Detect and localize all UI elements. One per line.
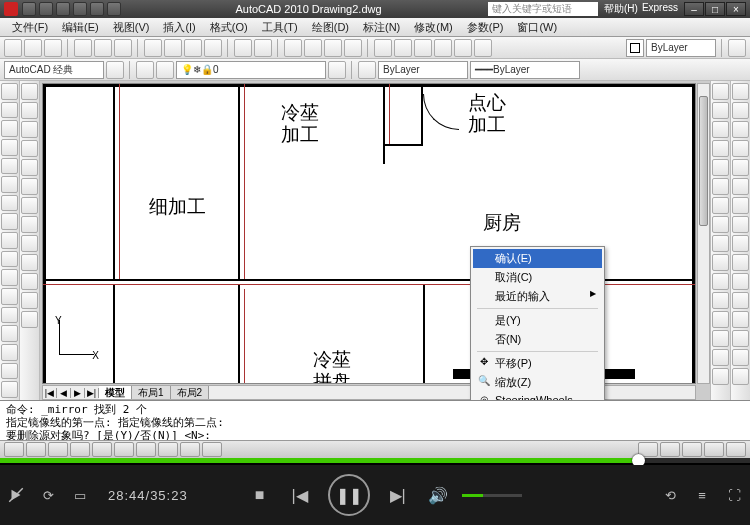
ssm-icon[interactable] — [434, 39, 452, 57]
insert-icon[interactable] — [1, 269, 18, 286]
ctx-cancel[interactable]: 取消(C) — [473, 268, 602, 287]
ducs-toggle[interactable] — [136, 442, 156, 457]
d13-icon[interactable] — [21, 311, 38, 328]
grid-toggle[interactable] — [26, 442, 46, 457]
arc-icon[interactable] — [1, 176, 18, 193]
volume-button[interactable]: 🔊 — [418, 475, 458, 515]
layer-iso-icon[interactable] — [328, 61, 346, 79]
osnap-toggle[interactable] — [92, 442, 112, 457]
tp-icon[interactable] — [414, 39, 432, 57]
clean-screen-icon[interactable] — [726, 442, 746, 457]
theater-button[interactable]: ▭ — [64, 475, 96, 515]
tab-layout2[interactable]: 布局2 — [171, 386, 210, 399]
tab-nav-prev[interactable]: ◀ — [57, 388, 71, 398]
help-search-input[interactable]: 键入关键字或短语 — [488, 2, 598, 16]
m2-icon[interactable] — [732, 102, 749, 119]
brush-icon[interactable] — [728, 39, 746, 57]
m11-icon[interactable] — [732, 273, 749, 290]
line-icon[interactable] — [1, 83, 18, 100]
d4-icon[interactable] — [21, 140, 38, 157]
copy-obj-icon[interactable] — [712, 102, 729, 119]
ellipse-icon[interactable] — [1, 251, 18, 268]
m6-icon[interactable] — [732, 178, 749, 195]
close-button[interactable]: × — [726, 2, 746, 16]
props-icon[interactable] — [374, 39, 392, 57]
revcloud-icon[interactable] — [1, 213, 18, 230]
chamfer-icon[interactable] — [712, 330, 729, 347]
m7-icon[interactable] — [732, 197, 749, 214]
join-icon[interactable] — [712, 311, 729, 328]
color-control[interactable] — [626, 39, 644, 57]
m5-icon[interactable] — [732, 159, 749, 176]
fillet-icon[interactable] — [712, 349, 729, 366]
break-icon[interactable] — [712, 292, 729, 309]
scale-icon[interactable] — [712, 216, 729, 233]
dc-icon[interactable] — [394, 39, 412, 57]
tab-nav-first[interactable]: |◀ — [43, 388, 57, 398]
tab-nav-next[interactable]: ▶ — [71, 388, 85, 398]
tab-layout1[interactable]: 布局1 — [132, 386, 171, 399]
tab-nav-last[interactable]: ▶| — [85, 388, 99, 398]
dyn-toggle[interactable] — [158, 442, 178, 457]
hatch-icon[interactable] — [1, 325, 18, 342]
qp-toggle[interactable] — [202, 442, 222, 457]
tab-model[interactable]: 模型 — [99, 386, 132, 399]
lw-icon[interactable] — [358, 61, 376, 79]
block-icon[interactable] — [1, 288, 18, 305]
stop-button[interactable]: ■ — [240, 475, 280, 515]
prev-button[interactable]: |◀ — [280, 475, 320, 515]
xline-icon[interactable] — [1, 102, 18, 119]
mtext-icon[interactable] — [1, 381, 18, 398]
fullscreen-button[interactable]: ⛶ — [718, 475, 750, 515]
qat-new-icon[interactable] — [22, 2, 36, 16]
m4-icon[interactable] — [732, 140, 749, 157]
trim-icon[interactable] — [712, 254, 729, 271]
menu-edit[interactable]: 编辑(E) — [56, 20, 105, 35]
settings-button[interactable]: ≡ — [686, 475, 718, 515]
ws-settings-icon[interactable] — [106, 61, 124, 79]
command-line[interactable]: 命令: _mirror 找到 2 个 指定镜像线的第一点: 指定镜像线的第二点:… — [0, 400, 750, 440]
m10-icon[interactable] — [732, 254, 749, 271]
markup-icon[interactable] — [454, 39, 472, 57]
zoom-rt-icon[interactable] — [304, 39, 322, 57]
publish-icon[interactable] — [114, 39, 132, 57]
linetype-dropdown[interactable]: ByLayer — [378, 61, 468, 79]
speed-button[interactable]: ⟲ — [654, 475, 686, 515]
d2-icon[interactable] — [21, 102, 38, 119]
menu-format[interactable]: 格式(O) — [204, 20, 254, 35]
menu-modify[interactable]: 修改(M) — [408, 20, 459, 35]
ortho-toggle[interactable] — [48, 442, 68, 457]
d8-icon[interactable] — [21, 216, 38, 233]
d11-icon[interactable] — [21, 273, 38, 290]
d5-icon[interactable] — [21, 159, 38, 176]
menu-dim[interactable]: 标注(N) — [357, 20, 406, 35]
rect-icon[interactable] — [1, 158, 18, 175]
vertical-scrollbar[interactable] — [697, 83, 710, 384]
paste-icon[interactable] — [184, 39, 202, 57]
m13-icon[interactable] — [732, 311, 749, 328]
menu-file[interactable]: 文件(F) — [6, 20, 54, 35]
snap-toggle[interactable] — [4, 442, 24, 457]
m1-icon[interactable] — [732, 83, 749, 100]
d12-icon[interactable] — [21, 292, 38, 309]
layer-state-icon[interactable] — [136, 61, 154, 79]
ctx-recent-input[interactable]: 最近的输入 — [473, 287, 602, 306]
table-icon[interactable] — [1, 363, 18, 380]
m16-icon[interactable] — [732, 368, 749, 385]
spline-icon[interactable] — [1, 232, 18, 249]
menu-param[interactable]: 参数(P) — [461, 20, 510, 35]
qat-open-icon[interactable] — [39, 2, 53, 16]
print-icon[interactable] — [74, 39, 92, 57]
help-menu[interactable]: 帮助(H) — [604, 2, 638, 16]
m15-icon[interactable] — [732, 349, 749, 366]
ctx-yes[interactable]: 是(Y) — [473, 311, 602, 330]
lineweight-dropdown[interactable]: ━━━ ByLayer — [470, 61, 580, 79]
polar-toggle[interactable] — [70, 442, 90, 457]
stretch-icon[interactable] — [712, 235, 729, 252]
mirror-icon[interactable] — [712, 121, 729, 138]
workspace-dropdown[interactable]: AutoCAD 经典 — [4, 61, 104, 79]
save-icon[interactable] — [44, 39, 62, 57]
zoom-win-icon[interactable] — [324, 39, 342, 57]
qat-save-icon[interactable] — [56, 2, 70, 16]
calc-icon[interactable] — [474, 39, 492, 57]
